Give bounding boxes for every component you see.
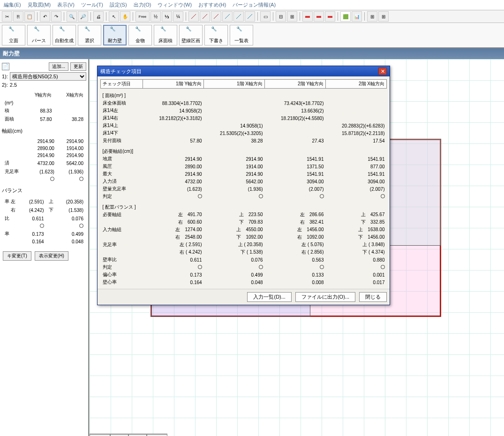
- tool3-icon[interactable]: ⊞: [367, 11, 377, 22]
- copy-icon[interactable]: ⎘: [13, 11, 23, 22]
- paste-icon[interactable]: 📋: [24, 11, 35, 22]
- update-button[interactable]: 更新: [70, 62, 86, 71]
- toolbar-large: 🔧立面🔧パース🔧自動生成🔧選択🔧耐力壁🔧金物🔧床面積🔧壁線区画🔧下書き🔧一覧表: [0, 23, 504, 48]
- side-table-1: Y軸方向X軸方向 (m²)積88.33面積57.8038.28: [2, 90, 86, 124]
- line1-icon[interactable]: [188, 11, 199, 22]
- side-table-3: 率 左(2.591)上(20.358) 右(4.242)下(1.538)比0.6…: [2, 197, 86, 246]
- side-sect-3: バランス: [2, 187, 86, 194]
- value-display: 2.5: [10, 82, 17, 88]
- select-label: 1):: [2, 74, 8, 79]
- menu-item[interactable]: バージョン情報(A): [233, 1, 276, 8]
- cut-icon[interactable]: ✂: [2, 11, 12, 22]
- canvas-tab-1階[interactable]: 1階: [110, 434, 128, 436]
- menu-item[interactable]: 設定(S): [110, 1, 127, 8]
- menu-item[interactable]: 表示(V): [57, 1, 75, 8]
- svg-line-3: [225, 14, 230, 19]
- pan-icon[interactable]: ✋: [120, 11, 130, 22]
- line6-icon[interactable]: [245, 11, 255, 22]
- redo-icon[interactable]: ↷: [51, 11, 61, 22]
- line4-icon[interactable]: [222, 11, 233, 22]
- form-icon[interactable]: 📄: [2, 63, 9, 70]
- dim2-icon[interactable]: ⊞: [287, 11, 297, 22]
- quarter-icon[interactable]: ¼: [173, 11, 183, 22]
- zoom-in-icon[interactable]: 🔎: [78, 11, 88, 22]
- canvas-tabs: 敷地1階2階小屋: [90, 434, 167, 436]
- mode-button-自動生成[interactable]: 🔧自動生成: [53, 25, 76, 45]
- layer2-icon[interactable]: [314, 11, 324, 22]
- half-icon[interactable]: ½: [150, 11, 161, 22]
- value-label: 2):: [2, 82, 8, 88]
- material-select[interactable]: 構造用合板N50(2.5): [10, 72, 86, 81]
- svg-line-0: [191, 14, 196, 19]
- print-icon[interactable]: 🖨: [93, 11, 104, 22]
- line3-icon[interactable]: [211, 11, 221, 22]
- mode-button-選択[interactable]: 🔧選択: [78, 25, 101, 45]
- close-icon[interactable]: ✕: [378, 68, 387, 75]
- menu-item[interactable]: ツール(T): [81, 1, 103, 8]
- line2-icon[interactable]: [200, 11, 210, 22]
- mode-button-耐力壁[interactable]: 🔧耐力壁: [103, 25, 127, 45]
- dialog-titlebar[interactable]: 構造チェック項目 ✕: [98, 66, 390, 76]
- mode-button-金物[interactable]: 🔧金物: [128, 25, 152, 45]
- canvas-tab-敷地[interactable]: 敷地: [90, 434, 110, 436]
- rect-icon[interactable]: ▭: [260, 11, 271, 22]
- output-file-button[interactable]: ファイルに出力(O)...: [295, 292, 355, 302]
- mode-button-一覧表[interactable]: 🔧一覧表: [230, 25, 253, 45]
- add-button[interactable]: 追加...: [49, 62, 68, 71]
- line5-icon[interactable]: [233, 11, 244, 22]
- tool1-icon[interactable]: 🟩: [340, 11, 351, 22]
- side-table-2: 2914.902914.902890.001914.002914.902914.…: [2, 137, 86, 183]
- svg-line-5: [248, 14, 252, 19]
- menu-item[interactable]: おすすめ(H): [198, 1, 226, 8]
- menubar[interactable]: 編集(E)見取図(M)表示(V)ツール(T)設定(S)出力(O)ウィンドウ(W)…: [0, 0, 504, 10]
- menu-item[interactable]: 見取図(M): [28, 1, 51, 8]
- toolbar-small: ✂ ⎘ 📋 ↶ ↷ 🔍 🔎 🖨 ↖ ✋ Free ½ ⅓ ¼ ▭ ⊟ ⊞ 🟩 📊…: [0, 10, 504, 23]
- undo-icon[interactable]: ↶: [40, 11, 50, 22]
- check-table: チェック項目1階 Y軸方向1階 X軸方向2階 Y軸方向2階 X軸方向 [ 面積(…: [100, 79, 387, 286]
- input-list-button[interactable]: 入力一覧(D)...: [247, 292, 291, 302]
- edit-button[interactable]: キ変更(T): [3, 251, 31, 261]
- svg-line-1: [203, 14, 207, 19]
- svg-rect-6: [305, 16, 310, 18]
- third-icon[interactable]: ⅓: [162, 11, 172, 22]
- select-icon[interactable]: ↖: [109, 11, 119, 22]
- panel-title: 耐力壁: [0, 48, 504, 59]
- layer3-icon[interactable]: [325, 11, 335, 22]
- mode-button-床面積[interactable]: 🔧床面積: [154, 25, 177, 45]
- zoom-out-icon[interactable]: 🔍: [67, 11, 77, 22]
- svg-line-4: [236, 14, 241, 19]
- close-button[interactable]: 閉じる: [359, 292, 387, 302]
- mode-button-下書き[interactable]: 🔧下書き: [204, 25, 228, 45]
- tool4-icon[interactable]: ⊞: [378, 11, 389, 22]
- dim1-icon[interactable]: ⊟: [276, 11, 286, 22]
- mode-button-壁線区画[interactable]: 🔧壁線区画: [179, 25, 203, 45]
- mode-button-パース[interactable]: 🔧パース: [27, 25, 51, 45]
- menu-item[interactable]: ウィンドウ(W): [158, 1, 192, 8]
- layer1-icon[interactable]: [302, 11, 313, 22]
- structure-check-dialog: 構造チェック項目 ✕ チェック項目1階 Y軸方向1階 X軸方向2階 Y軸方向2階…: [97, 66, 390, 305]
- menu-item[interactable]: 出力(O): [134, 1, 151, 8]
- svg-rect-7: [316, 16, 321, 18]
- dialog-title-text: 構造チェック項目: [100, 68, 142, 75]
- svg-line-2: [214, 14, 218, 19]
- tool2-icon[interactable]: 📊: [352, 11, 362, 22]
- free-icon[interactable]: Free: [135, 11, 150, 22]
- sidebar: 📄 追加... 更新 1): 構造用合板N50(2.5) 2): 2.5 Y軸方…: [0, 59, 89, 436]
- canvas-tab-小屋[interactable]: 小屋: [147, 434, 167, 436]
- mode-button-立面[interactable]: 🔧立面: [2, 25, 25, 45]
- side-sect-2: 軸組(cm): [2, 128, 86, 135]
- menu-item[interactable]: 編集(E): [4, 1, 21, 8]
- canvas-tab-2階[interactable]: 2階: [128, 434, 147, 436]
- display-button[interactable]: 表示変更(H): [35, 251, 68, 261]
- svg-rect-8: [328, 16, 332, 18]
